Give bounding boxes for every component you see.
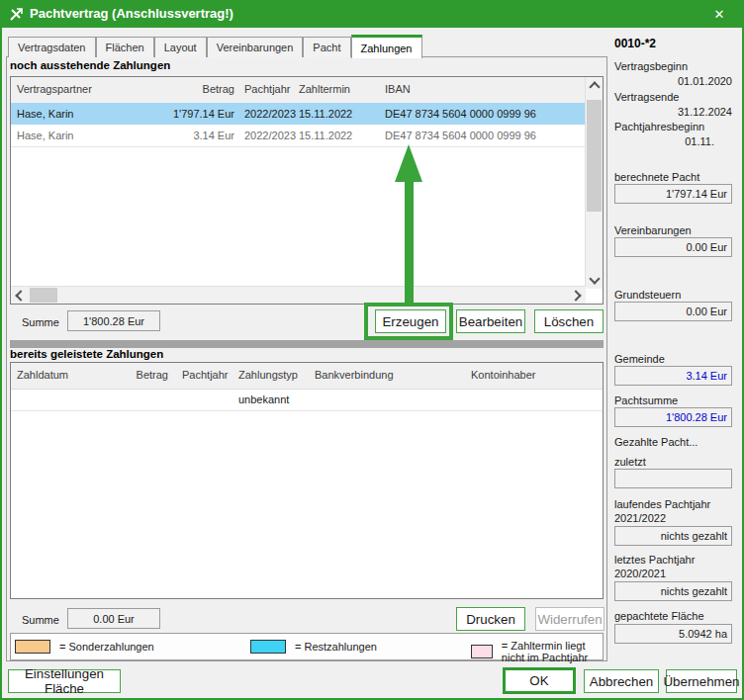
pachtjahresbeginn-value: 01.11. <box>614 135 714 147</box>
paid-summe-field: 0.00 Eur <box>67 608 160 629</box>
col-zahldatum: Zahldatum <box>17 369 68 381</box>
cell-pachtjahr: 2022/2023 <box>244 130 296 141</box>
zahltermin-swatch <box>471 645 493 658</box>
vertragsende-value: 31.12.2024 <box>614 106 732 118</box>
pachtsumme-field: 1'800.28 Eur <box>614 407 732 427</box>
bearbeiten-button[interactable]: Bearbeiten <box>456 309 525 333</box>
tab-vereinbarungen[interactable]: Vereinbarungen <box>207 37 304 57</box>
scroll-right-icon[interactable] <box>569 287 586 304</box>
abbrechen-button[interactable]: Abbrechen <box>584 669 659 693</box>
berechnete-pacht-field: 1'797.14 Eur <box>614 184 732 204</box>
outstanding-summe-field: 1'800.28 Eur <box>67 310 160 331</box>
pachtsumme-label: Pachtsumme <box>614 394 738 406</box>
ok-button[interactable]: OK <box>503 667 576 694</box>
table-row[interactable]: Hase, Karin 3.14 Eur 2022/2023 15.11.202… <box>11 125 586 147</box>
widerrufen-button[interactable]: Widerrufen <box>535 607 604 631</box>
gemeinde-field: 3.14 Eur <box>614 366 732 386</box>
laufendes-pachtjahr-field: nichts gezahlt <box>614 526 732 546</box>
cell-pachtjahr: 2022/2023 <box>244 108 296 120</box>
scroll-left-icon[interactable] <box>11 287 28 304</box>
tab-pacht[interactable]: Pacht <box>303 37 350 57</box>
cell-betrag: 1'797.14 Eur <box>130 108 234 120</box>
vertical-scrollbar[interactable] <box>585 77 603 289</box>
tab-zahlungen[interactable]: Zahlungen <box>351 35 422 58</box>
col-iban: IBAN <box>385 83 411 95</box>
paid-table-header: Zahldatum Betrag Pachtjahr Zahlungstyp B… <box>11 363 603 390</box>
vertragsbeginn-label: Vertragsbeginn <box>614 60 738 72</box>
vertragsende-label: Vertragsende <box>614 91 738 103</box>
paid-group-label: bereits geleistete Zahlungen <box>10 348 163 360</box>
tab-vertragsdaten[interactable]: Vertragsdaten <box>8 37 96 57</box>
paid-summe-label: Summe <box>22 614 59 626</box>
zuletzt-field <box>614 469 732 488</box>
gepachtete-flaeche-label: gepachtete Fläche <box>614 610 738 622</box>
grundsteuern-label: Grundsteuern <box>614 289 738 301</box>
tab-bar: Vertragsdaten Flächen Layout Vereinbarun… <box>8 34 422 57</box>
cell-iban: DE47 8734 5604 0000 0999 96 <box>385 108 536 120</box>
dialog-pachtvertrag: Pachtvertrag (Anschlussvertrag!) ✕ Vertr… <box>0 0 744 700</box>
col-bankverbindung: Bankverbindung <box>315 369 394 381</box>
scroll-down-icon[interactable] <box>586 272 603 289</box>
cell-vertragspartner: Hase, Karin <box>17 130 73 141</box>
contract-code: 0010-*2 <box>614 37 732 50</box>
cell-vertragspartner: Hase, Karin <box>17 108 73 120</box>
letztes-pachtjahr-field: nichts gezahlt <box>614 581 732 601</box>
title-bar: Pachtvertrag (Anschlussvertrag!) ✕ <box>0 0 744 28</box>
scrollbar-thumb[interactable] <box>30 288 57 303</box>
col-kontoinhaber: Kontoinhaber <box>471 369 535 381</box>
legend-label: = Zahltermin liegt nicht im Pachtjahr <box>502 640 603 663</box>
legend-item: = Zahltermin liegt nicht im Pachtjahr <box>471 640 603 663</box>
col-zahltermin: Zahltermin <box>299 83 350 95</box>
cell-iban: DE47 8734 5604 0000 0999 96 <box>385 130 536 141</box>
cell-betrag: 3.14 Eur <box>130 130 234 141</box>
close-icon[interactable]: ✕ <box>704 0 734 28</box>
legend-item: = Restzahlungen <box>250 640 377 654</box>
gemeinde-label: Gemeinde <box>614 353 738 365</box>
vereinbarungen-label: Vereinbarungen <box>614 224 738 236</box>
tab-flaechen[interactable]: Flächen <box>96 37 154 57</box>
col-vertragspartner: Vertragspartner <box>17 83 92 95</box>
app-icon <box>8 6 25 23</box>
cell-zahlungstyp: unbekannt <box>238 394 289 405</box>
paid-table: Zahldatum Betrag Pachtjahr Zahlungstyp B… <box>10 362 604 599</box>
loeschen-button[interactable]: Löschen <box>534 309 604 333</box>
col-pachtjahr: Pachtjahr <box>182 369 228 381</box>
legend-label: = Sonderzahlungen <box>59 641 154 653</box>
einstellungen-flaeche-button[interactable]: Einstellungen Fläche <box>8 669 121 693</box>
berechnete-pacht-label: berechnete Pacht <box>614 171 738 183</box>
outstanding-table-header: Vertragspartner Betrag Pachtjahr Zahlter… <box>11 77 586 104</box>
scroll-up-icon[interactable] <box>586 77 603 94</box>
outstanding-table: Vertragspartner Betrag Pachtjahr Zahlter… <box>10 76 604 305</box>
drucken-button[interactable]: Drucken <box>456 607 525 631</box>
restzahlungen-swatch <box>250 640 286 654</box>
sonderzahlungen-swatch <box>15 640 50 654</box>
vereinbarungen-field: 0.00 Eur <box>614 237 732 257</box>
tab-layout[interactable]: Layout <box>154 37 207 57</box>
legend-label: = Restzahlungen <box>295 641 377 653</box>
window-title: Pachtvertrag (Anschlussvertrag!) <box>30 0 233 28</box>
scrollbar-thumb[interactable] <box>587 100 602 212</box>
vertragsbeginn-value: 01.01.2020 <box>614 75 732 87</box>
uebernehmen-button[interactable]: Übernehmen <box>666 669 737 693</box>
col-zahlungstyp: Zahlungstyp <box>238 369 298 381</box>
col-betrag: Betrag <box>90 369 168 381</box>
col-pachtjahr: Pachtjahr <box>244 83 290 95</box>
laufendes-pachtjahr-label: laufendes Pachtjahr <box>614 498 738 510</box>
erzeugen-button[interactable]: Erzeugen <box>375 309 446 333</box>
horizontal-scrollbar[interactable] <box>11 286 586 304</box>
legend-bar: = Sonderzahlungen = Restzahlungen = Zahl… <box>10 633 604 660</box>
gezahlte-pacht-label: Gezahlte Pacht... <box>614 436 738 448</box>
gepachtete-flaeche-field: 5.0942 ha <box>614 624 732 644</box>
cell-zahltermin: 15.11.2022 <box>299 130 352 141</box>
letztes-pachtjahr-year: 2020/2021 <box>614 568 738 579</box>
table-row[interactable]: unbekannt <box>11 389 603 411</box>
table-row[interactable]: Hase, Karin 1'797.14 Eur 2022/2023 15.11… <box>11 103 586 125</box>
splitter-bar[interactable] <box>10 340 604 348</box>
letztes-pachtjahr-label: letztes Pachtjahr <box>614 554 738 566</box>
zuletzt-label: zuletzt <box>614 456 738 468</box>
pachtjahresbeginn-label: Pachtjahresbeginn <box>614 121 738 132</box>
legend-item: = Sonderzahlungen <box>15 640 154 654</box>
outstanding-summe-label: Summe <box>22 316 59 328</box>
grundsteuern-field: 0.00 Eur <box>614 302 732 321</box>
laufendes-pachtjahr-year: 2021/2022 <box>614 512 738 524</box>
